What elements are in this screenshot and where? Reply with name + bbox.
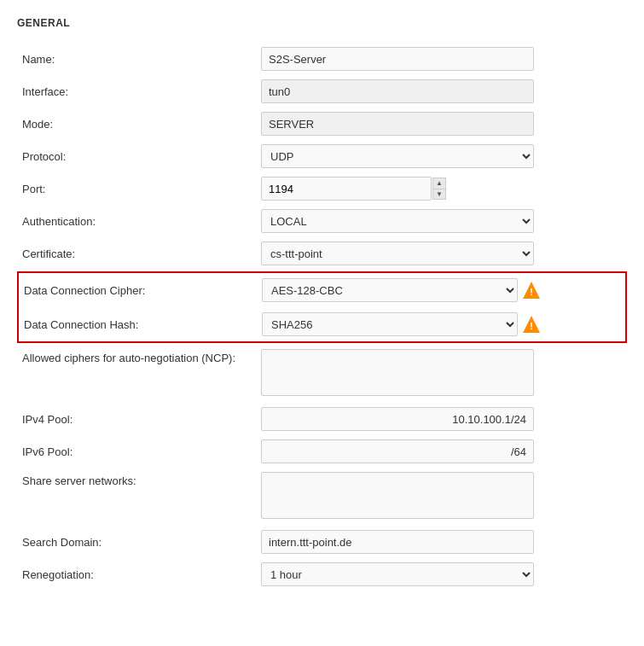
- allowed-ciphers-value-cell: [256, 345, 627, 403]
- allowed-ciphers-label: Allowed ciphers for auto-negotiation (NC…: [17, 345, 256, 403]
- share-networks-value-cell: [256, 468, 627, 526]
- authentication-row: Authentication: LOCAL RADIUS LDAP: [17, 205, 627, 237]
- mode-value-cell: [256, 108, 627, 140]
- name-value-cell: [256, 43, 627, 75]
- cipher-hash-group: Data Connection Cipher: AES-128-CBC AES-…: [17, 271, 627, 343]
- port-label: Port:: [17, 172, 256, 205]
- renegotiation-row: Renegotiation: 1 hour 2 hours 4 hours 8 …: [17, 558, 627, 591]
- search-domain-input[interactable]: [261, 530, 534, 554]
- hash-select[interactable]: SHA256 SHA1 MD5: [262, 312, 518, 336]
- share-networks-row: Share server networks:: [17, 468, 627, 526]
- renegotiation-label: Renegotiation:: [17, 558, 256, 591]
- renegotiation-select[interactable]: 1 hour 2 hours 4 hours 8 hours Never: [261, 562, 534, 586]
- mode-row: Mode:: [17, 108, 627, 140]
- hash-row: Data Connection Hash: SHA256 SHA1 MD5: [18, 307, 626, 342]
- ipv6-pool-value-cell: [256, 435, 627, 468]
- share-networks-label: Share server networks:: [17, 468, 256, 526]
- allowed-ciphers-textarea[interactable]: [261, 349, 534, 396]
- hash-warning-icon: [523, 316, 540, 333]
- protocol-value-cell: UDP TCP: [256, 140, 627, 172]
- certificate-label: Certificate:: [17, 237, 256, 270]
- name-row: Name:: [17, 43, 627, 75]
- certificate-select[interactable]: cs-ttt-point: [261, 242, 534, 265]
- certificate-row: Certificate: cs-ttt-point: [17, 237, 627, 270]
- renegotiation-value-cell: 1 hour 2 hours 4 hours 8 hours Never: [256, 558, 627, 591]
- cipher-label: Data Connection Cipher:: [18, 272, 257, 307]
- port-up-button[interactable]: ▲: [432, 178, 446, 189]
- settings-page: GENERAL Name: Interface: Mode:: [0, 0, 644, 646]
- cipher-row: Data Connection Cipher: AES-128-CBC AES-…: [18, 272, 626, 307]
- protocol-label: Protocol:: [17, 140, 256, 172]
- protocol-select[interactable]: UDP TCP: [261, 144, 534, 168]
- port-input[interactable]: [261, 177, 432, 201]
- authentication-value-cell: LOCAL RADIUS LDAP: [256, 205, 627, 237]
- protocol-row: Protocol: UDP TCP: [17, 140, 627, 172]
- form-table-2: Allowed ciphers for auto-negotiation (NC…: [17, 345, 627, 591]
- name-input[interactable]: [261, 47, 534, 71]
- cipher-value-cell: AES-128-CBC AES-256-CBC AES-128-GCM AES-…: [257, 272, 626, 307]
- port-row: Port: ▲ ▼: [17, 172, 627, 205]
- ipv6-pool-input[interactable]: [261, 439, 534, 463]
- ipv4-pool-label: IPv4 Pool:: [17, 403, 256, 435]
- name-label: Name:: [17, 43, 256, 75]
- ipv6-pool-label: IPv6 Pool:: [17, 435, 256, 468]
- interface-value-cell: [256, 75, 627, 108]
- search-domain-value-cell: [256, 526, 627, 558]
- hash-label: Data Connection Hash:: [18, 307, 257, 342]
- search-domain-row: Search Domain:: [17, 526, 627, 558]
- port-value-cell: ▲ ▼: [256, 172, 627, 205]
- ipv4-pool-value-cell: [256, 403, 627, 435]
- form-table: Name: Interface: Mode: Pro: [17, 43, 627, 270]
- port-down-button[interactable]: ▼: [432, 189, 446, 200]
- mode-label: Mode:: [17, 108, 256, 140]
- interface-row: Interface:: [17, 75, 627, 108]
- authentication-label: Authentication:: [17, 205, 256, 237]
- hash-value-cell: SHA256 SHA1 MD5: [257, 307, 626, 342]
- certificate-value-cell: cs-ttt-point: [256, 237, 627, 270]
- interface-input[interactable]: [261, 79, 534, 103]
- allowed-ciphers-row: Allowed ciphers for auto-negotiation (NC…: [17, 345, 627, 403]
- search-domain-label: Search Domain:: [17, 526, 256, 558]
- ipv4-pool-row: IPv4 Pool:: [17, 403, 627, 435]
- port-spinner: ▲ ▼: [432, 178, 446, 200]
- cipher-warning-icon: [523, 282, 540, 299]
- cipher-select[interactable]: AES-128-CBC AES-256-CBC AES-128-GCM AES-…: [262, 278, 518, 302]
- mode-input[interactable]: [261, 112, 534, 136]
- interface-label: Interface:: [17, 75, 256, 108]
- share-networks-textarea[interactable]: [261, 472, 534, 519]
- authentication-select[interactable]: LOCAL RADIUS LDAP: [261, 209, 534, 233]
- ipv4-pool-input[interactable]: [261, 407, 534, 431]
- cipher-wrapper: AES-128-CBC AES-256-CBC AES-128-GCM AES-…: [262, 278, 620, 302]
- ipv6-pool-row: IPv6 Pool:: [17, 435, 627, 468]
- port-wrapper: ▲ ▼: [261, 177, 622, 201]
- section-title: GENERAL: [17, 17, 627, 29]
- hash-wrapper: SHA256 SHA1 MD5: [262, 312, 620, 336]
